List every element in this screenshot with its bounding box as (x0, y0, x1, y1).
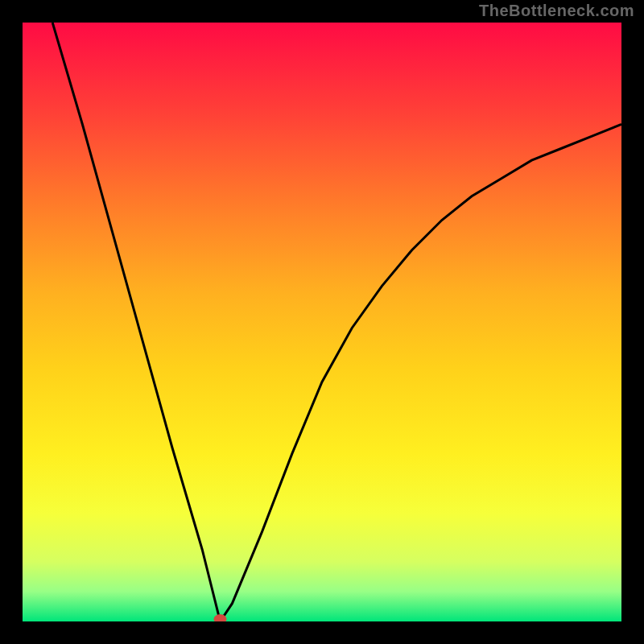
plot-svg (23, 23, 621, 621)
plot-area (23, 23, 621, 621)
chart-frame: TheBottleneck.com (0, 0, 644, 644)
gradient-rect (23, 23, 621, 621)
watermark-text: TheBottleneck.com (479, 2, 634, 20)
